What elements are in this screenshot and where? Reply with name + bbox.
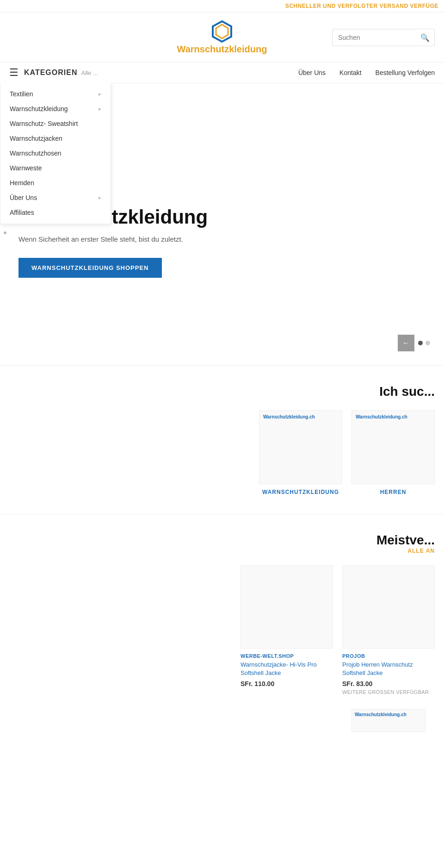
logo-icon <box>210 20 234 43</box>
category-card-label-1: WARNSCHUTZKLEIDUNG <box>262 489 339 495</box>
product-card-1[interactable]: WERBE-WELT.SHOP Warnschutzjacke- Hi-Vis … <box>240 565 333 695</box>
category-card-image-1: Warnschutzkleidung.ch <box>259 410 342 484</box>
chevron-right-icon: ▸ <box>99 106 101 112</box>
kategorien-label: KATEGORIEN <box>24 69 77 77</box>
product-name-1: Warnschutzjacke- Hi-Vis Pro Softshell Ja… <box>240 661 333 677</box>
dropdown-item-warnweste[interactable]: Warnweste <box>0 161 111 175</box>
product-price-2: SFr. 83.00 <box>342 680 435 687</box>
product-name-2: Projob Herren Warnschutz Softshell Jacke <box>342 661 435 677</box>
category-card-image-2: Warnschutzkleidung.ch <box>352 410 435 484</box>
hero-cta-button[interactable]: WARNSCHUTZKLEIDUNG SHOPPEN <box>18 258 162 278</box>
category-card-label-2: HERREN <box>380 489 407 495</box>
alle-label[interactable]: Alle ... <box>81 69 98 76</box>
nav-links: Über Uns Kontakt Bestellung Verfolgen <box>298 62 435 83</box>
navbar: ☰ KATEGORIEN Alle ... Über Uns Kontakt B… <box>0 62 444 83</box>
product-grid: WERBE-WELT.SHOP Warnschutzjacke- Hi-Vis … <box>9 565 435 695</box>
hero-prev-button[interactable]: ← <box>398 335 414 351</box>
ich-suche-section: Ich suc... Warnschutzkleidung.ch WARNSCH… <box>0 366 444 514</box>
product-brand-2: PROJOB <box>342 653 435 659</box>
product-card-image-2 <box>342 565 435 649</box>
product-card-2[interactable]: PROJOB Projob Herren Warnschutz Softshel… <box>342 565 435 695</box>
top-banner: SCHNELLER UND VERFOLGTER VERSAND VERFÜGE <box>0 0 444 12</box>
hero-dots <box>418 341 430 345</box>
nav-bestellung[interactable]: Bestellung Verfolgen <box>376 62 435 83</box>
svg-marker-1 <box>216 25 228 38</box>
search-box[interactable]: 🔍 <box>332 29 435 46</box>
product-note-2: WEITERE GRÖSSEN VERFÜGBAR <box>342 689 435 695</box>
watermark-1: Warnschutzkleidung.ch <box>263 414 315 419</box>
dropdown-item-jacken[interactable]: Warnschutzjacken <box>0 131 111 146</box>
watermark-2: Warnschutzkleidung.ch <box>356 414 407 419</box>
category-card-warnschutzkleidung[interactable]: Warnschutzkleidung.ch WARNSCHUTZKLEIDUNG <box>259 410 342 495</box>
dropdown-item-affiliates[interactable]: Affiliates <box>0 205 111 220</box>
category-card-herren[interactable]: Warnschutzkleidung.ch HERREN <box>352 410 435 495</box>
bottom-watermark-text: Warnschutzkleidung.ch <box>355 712 407 717</box>
nav-uber-uns[interactable]: Über Uns <box>298 62 326 83</box>
categories-dropdown: Textilien ▸ Warnschutzkleidung ▸ Warnsch… <box>0 83 111 224</box>
meistverkauft-all-link[interactable]: ALLE AN <box>407 548 435 554</box>
hero-dot-2[interactable] <box>426 341 430 345</box>
side-dot <box>4 231 6 234</box>
logo-text: Warnschutzkleidung <box>177 44 267 55</box>
dropdown-item-hemden[interactable]: Hemden <box>0 175 111 190</box>
product-price-1: SFr. 110.00 <box>240 680 333 687</box>
ich-suche-title: Ich suc... <box>9 384 435 399</box>
hero-subtitle: Wenn Sicherheit an erster Stelle steht, … <box>18 235 426 243</box>
chevron-right-icon: ▸ <box>99 91 101 97</box>
chevron-right-icon: ▸ <box>99 194 101 201</box>
hamburger-menu[interactable]: ☰ <box>9 67 18 79</box>
bottom-watermark-card: Warnschutzkleidung.ch <box>9 699 435 741</box>
search-input[interactable] <box>333 30 416 45</box>
dropdown-item-textilien[interactable]: Textilien ▸ <box>0 87 111 101</box>
header: Warnschutzkleidung 🔍 <box>0 12 444 62</box>
bottom-card-image: Warnschutzkleidung.ch <box>352 709 426 732</box>
hero-controls: ← <box>398 335 430 351</box>
logo[interactable]: Warnschutzkleidung <box>177 20 267 55</box>
search-button[interactable]: 🔍 <box>416 29 434 45</box>
dropdown-item-uber-uns[interactable]: Über Uns ▸ <box>0 190 111 205</box>
dropdown-item-sweatshirt[interactable]: Warnschutz- Sweatshirt <box>0 116 111 131</box>
banner-text: SCHNELLER UND VERFOLGTER VERSAND VERFÜGE <box>285 3 438 9</box>
nav-kontakt[interactable]: Kontakt <box>339 62 361 83</box>
meistverkauft-title: Meistve... <box>376 533 435 548</box>
dropdown-item-hosen[interactable]: Warnschutzhosen <box>0 146 111 161</box>
dropdown-item-warnschutzkleidung[interactable]: Warnschutzkleidung ▸ <box>0 101 111 116</box>
hero-dot-1[interactable] <box>418 341 423 345</box>
product-card-image-1 <box>240 565 333 649</box>
category-grid: Warnschutzkleidung.ch WARNSCHUTZKLEIDUNG… <box>9 410 435 495</box>
product-brand-1: WERBE-WELT.SHOP <box>240 653 333 659</box>
meistverkauft-section: Meistve... ALLE AN WERBE-WELT.SHOP Warns… <box>0 514 444 760</box>
meistverkauft-header: Meistve... ALLE AN <box>9 533 435 554</box>
